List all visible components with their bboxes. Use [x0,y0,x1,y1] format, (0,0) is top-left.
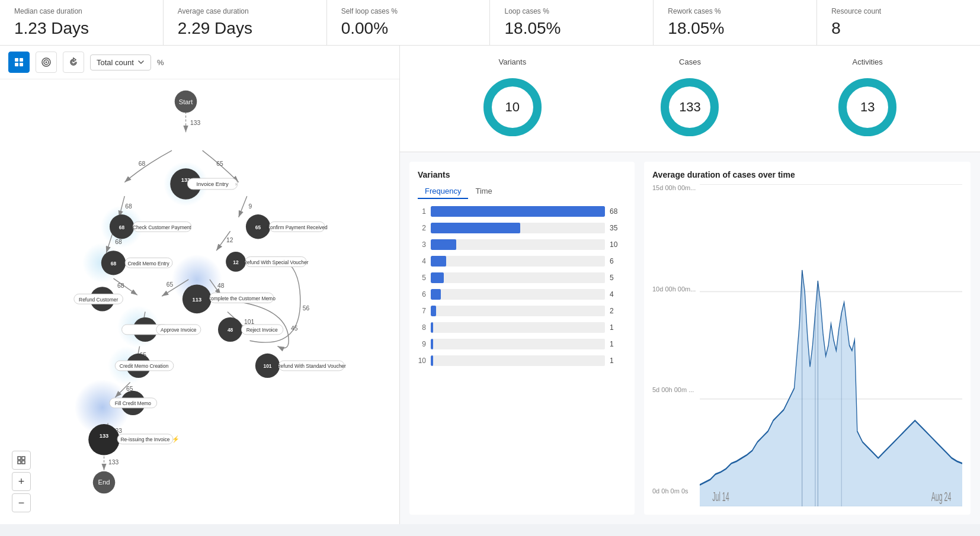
variant-num: 9 [418,340,426,348]
svg-text:Refund With Standard Voucher: Refund With Standard Voucher [277,363,347,369]
variant-bar [431,355,433,366]
fit-screen-button[interactable] [12,451,31,470]
variant-count: 2 [610,307,626,315]
svg-text:Jul 14: Jul 14 [712,490,729,504]
variant-row-4[interactable]: 4 6 [418,256,626,267]
svg-rect-2 [15,63,18,66]
y-label-top: 15d 00h 00m... [652,184,696,191]
variant-row-6[interactable]: 6 4 [418,289,626,300]
variant-count: 10 [610,240,626,249]
variant-row-3[interactable]: 3 10 [418,239,626,250]
donut-variants: 10 [480,75,545,140]
tab-time[interactable]: Time [468,184,499,199]
svg-text:133: 133 [190,120,200,126]
variant-row-5[interactable]: 5 5 [418,272,626,283]
charts-row: Variants Frequency Time 1 68 2 35 3 [400,152,980,524]
variant-count: 1 [610,357,626,365]
variant-bar-bg [431,272,605,283]
variants-panel: Variants Frequency Time 1 68 2 35 3 [409,162,635,515]
svg-text:End: End [98,479,110,486]
svg-text:68: 68 [111,261,117,267]
zoom-controls: + − [12,451,31,512]
svg-rect-0 [15,58,18,62]
svg-text:›: › [235,181,237,187]
tool-target-button[interactable] [36,52,57,73]
variant-bar [431,339,433,349]
variant-bar-bg [431,239,605,250]
y-label-mid1: 10d 00h 00m... [652,285,696,293]
stat-resource-label: Resource count [831,7,966,15]
stat-resource: Resource count 8 [817,0,980,45]
variant-row-7[interactable]: 7 2 [418,306,626,316]
svg-rect-107 [22,457,25,460]
variant-bar [431,272,444,283]
summary-cases-label: Cases [679,57,701,66]
svg-point-6 [46,62,47,63]
variant-num: 2 [418,224,426,232]
svg-text:65: 65 [255,224,261,230]
svg-text:Invoice Entry: Invoice Entry [196,181,229,187]
stat-median-label: Median case duration [14,7,149,15]
stat-median-duration: Median case duration 1.23 Days [0,0,164,45]
y-axis: 15d 00h 00m... 10d 00h 00m... 5d 00h 00m… [652,184,696,495]
total-count-dropdown[interactable]: Total count [90,54,151,70]
variant-row-9[interactable]: 9 1 [418,339,626,349]
variant-bar-bg [431,256,605,267]
variant-count: 68 [610,207,626,216]
svg-rect-108 [18,461,21,464]
svg-text:56: 56 [303,305,310,312]
variant-bar-bg [431,322,605,333]
svg-text:65: 65 [142,327,148,333]
svg-text:Credit Memo Entry: Credit Memo Entry [127,261,169,267]
stat-loop-value: 18.05% [504,19,639,38]
right-panel: Variants 10 Cases 133 [400,46,980,524]
duration-panel: Average duration of cases over time 15d … [644,162,971,515]
svg-text:68: 68 [139,161,146,167]
svg-text:Approve Invoice: Approve Invoice [161,327,197,333]
svg-rect-1 [20,58,23,62]
tab-frequency[interactable]: Frequency [418,184,468,199]
summary-activities-label: Activities [852,57,882,66]
svg-text:Check Customer Payment: Check Customer Payment [133,224,191,230]
stat-loop-label: Loop cases % [504,7,639,15]
variant-row-1[interactable]: 1 68 [418,206,626,217]
zoom-out-button[interactable]: − [12,493,31,512]
tool-count-button[interactable] [8,52,30,73]
summary-row: Variants 10 Cases 133 [400,46,980,152]
variant-row-2[interactable]: 2 35 [418,223,626,233]
svg-point-97 [88,424,120,455]
zoom-in-button[interactable]: + [12,472,31,491]
variant-bar-bg [431,306,605,316]
chart-area: Jul 14 Aug 24 [700,184,962,506]
percent-label: % [157,58,164,67]
variant-num: 5 [418,274,426,282]
variant-count: 35 [610,224,626,232]
svg-text:Fill Credit Memo: Fill Credit Memo [115,400,152,406]
svg-text:68: 68 [119,224,125,230]
variant-row-8[interactable]: 8 1 [418,322,626,333]
tool-refresh-button[interactable] [63,52,84,73]
svg-text:Credit Memo Creation: Credit Memo Creation [120,363,169,369]
svg-text:68: 68 [115,239,122,245]
svg-text:133: 133 [100,433,109,439]
variant-num: 1 [418,207,426,216]
svg-text:Confirm Payment Received: Confirm Payment Received [267,224,328,230]
summary-activities: Activities 13 [835,57,900,140]
svg-text:12: 12 [226,237,233,243]
svg-text:Re-issuing the Invoice: Re-issuing the Invoice [120,436,169,442]
left-panel: Total count % [0,46,400,524]
variant-count: 6 [610,257,626,265]
svg-text:12: 12 [233,259,239,265]
variant-row-10[interactable]: 10 1 [418,355,626,366]
svg-rect-109 [22,461,25,464]
svg-rect-106 [18,457,21,460]
variant-count: 1 [610,340,626,348]
svg-text:65: 65 [166,281,174,288]
variant-bar [431,223,520,233]
variant-num: 4 [418,257,426,265]
stats-bar: Median case duration 1.23 Days Average c… [0,0,980,46]
stat-avg-label: Average case duration [178,7,312,15]
variant-bar-bg [431,206,605,217]
stat-self-loop-label: Self loop cases % [341,7,476,15]
svg-text:65: 65 [216,161,223,167]
